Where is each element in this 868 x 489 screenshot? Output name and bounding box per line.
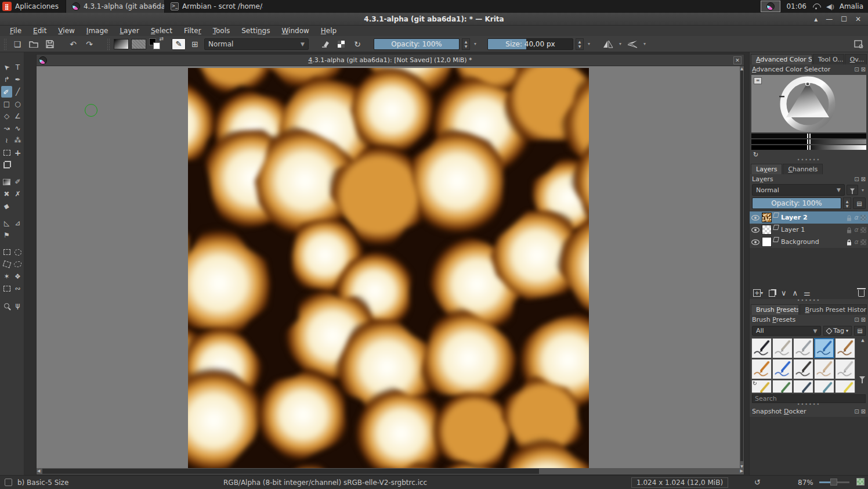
swap-colors-icon[interactable]: ⇄ xyxy=(159,36,164,42)
reload-preset-button[interactable]: ↻ xyxy=(350,38,364,51)
similar-select-tool[interactable]: ❖ xyxy=(12,271,23,282)
undo-button[interactable]: ↶ xyxy=(66,38,80,51)
layer-list-empty-space[interactable] xyxy=(750,248,868,287)
freehand-path-tool[interactable]: ∿ xyxy=(12,123,23,134)
color-bar-2[interactable] xyxy=(751,139,866,144)
freehand-brush-tool[interactable]: ✎ xyxy=(1,86,12,98)
choose-workspace-button[interactable] xyxy=(852,38,866,51)
brush-preset-marker-gold[interactable] xyxy=(835,380,855,393)
brush-preset-marker-dark[interactable] xyxy=(793,380,813,393)
tray-krita-button[interactable] xyxy=(761,1,780,12)
brush-preset-pencil-blue[interactable] xyxy=(772,359,793,379)
polyline-tool[interactable]: ∠ xyxy=(12,110,23,122)
foreground-background-colors[interactable]: ⇄ xyxy=(149,38,162,51)
float-docker-icon[interactable]: ⊡ xyxy=(854,317,859,323)
chevron-down-icon[interactable]: ▾ xyxy=(860,188,866,193)
polygon-select-tool[interactable] xyxy=(1,258,12,270)
freehand-select-tool[interactable] xyxy=(12,258,23,270)
toolbar-grip[interactable] xyxy=(3,38,7,50)
layer-row-layer-1[interactable]: Layer 1α xyxy=(750,224,868,236)
layer-alpha-icon[interactable]: α xyxy=(854,214,858,221)
toolbar-grip[interactable] xyxy=(107,38,110,50)
gradient-tool[interactable] xyxy=(1,176,12,188)
menu-layer[interactable]: Layer xyxy=(114,26,144,35)
menu-tools[interactable]: Tools xyxy=(208,26,236,35)
save-button[interactable] xyxy=(43,38,57,51)
layer-filter-icon[interactable] xyxy=(847,185,858,195)
tab-tool-o[interactable]: Tool O... xyxy=(813,54,844,64)
tab-advanced-color-s[interactable]: Advanced Color S... xyxy=(751,54,812,64)
color-history-icon[interactable]: ↻ xyxy=(753,151,761,159)
move-layer-up-button[interactable]: ∧ xyxy=(793,289,798,297)
brush-preset-marker-teal[interactable] xyxy=(814,380,834,393)
close-docker-icon[interactable]: ⊠ xyxy=(861,317,866,323)
layer-row-background[interactable]: Backgroundα xyxy=(750,236,868,248)
layer-visible-icon[interactable] xyxy=(751,227,760,233)
layer-thumbnail[interactable] xyxy=(762,237,772,247)
brush-preset-status-icon[interactable] xyxy=(5,479,12,486)
chevron-down-icon[interactable]: ▾ xyxy=(586,41,592,46)
gradient-chooser-button[interactable] xyxy=(114,39,129,49)
fill-tool[interactable]: ◆ xyxy=(1,200,12,212)
reference-images-tool[interactable]: ⚑ xyxy=(1,229,12,241)
background-color-swatch[interactable] xyxy=(153,42,160,49)
brush-preset-marker-green[interactable] xyxy=(772,380,793,393)
measure-tool[interactable]: ⊿ xyxy=(12,217,23,229)
pattern-chooser-button[interactable] xyxy=(131,39,146,49)
brush-presets-button[interactable]: ⊞ xyxy=(188,38,202,51)
menu-filter[interactable]: Filter xyxy=(179,26,207,35)
dynamic-brush-tool[interactable]: ≀ xyxy=(1,135,12,146)
layer-visible-icon[interactable] xyxy=(751,239,760,245)
add-layer-button[interactable]: +▾ xyxy=(753,289,763,297)
preset-display-settings-button[interactable]: ▤ xyxy=(854,326,866,336)
ellipse-select-tool[interactable] xyxy=(12,246,23,258)
layer-opacity-slider[interactable]: Opacity: 100% xyxy=(752,197,841,209)
brush-preset-pencil-orange[interactable] xyxy=(751,359,772,379)
tag-button[interactable]: Tag ▾ xyxy=(823,326,852,336)
applications-menu-button[interactable]: ⣿ Aplicaciones xyxy=(0,0,66,13)
duplicate-layer-button[interactable] xyxy=(769,290,775,297)
chevron-down-icon[interactable]: ▾ xyxy=(472,41,478,46)
redo-button[interactable]: ↷ xyxy=(82,38,96,51)
menu-image[interactable]: Image xyxy=(81,26,114,35)
zoom-slider[interactable] xyxy=(819,481,849,483)
brush-preset-pen-silver[interactable] xyxy=(835,359,855,379)
layer-inherit-alpha-icon[interactable] xyxy=(860,215,866,221)
brush-preset-paintbrush[interactable] xyxy=(835,338,855,358)
layer-alpha-icon[interactable]: α xyxy=(854,238,858,246)
layer-opacity-spinner[interactable]: ▲▼ xyxy=(843,197,851,209)
scroll-down-arrow[interactable]: ▼ xyxy=(740,464,744,468)
opacity-slider[interactable]: Opacity: 100% xyxy=(374,38,460,50)
assistants-tool[interactable]: ◺ xyxy=(1,217,12,229)
open-document-button[interactable] xyxy=(27,38,41,51)
layer-inherit-alpha-icon[interactable] xyxy=(860,227,866,233)
scroll-right-arrow[interactable]: ▶ xyxy=(740,469,743,473)
mirror-vertical-button[interactable] xyxy=(625,38,639,51)
size-spinner[interactable]: ▲▼ xyxy=(576,38,584,50)
status-colorspace[interactable]: RGB/Alpha (8-bit integer/channel) sRGB-e… xyxy=(223,479,427,487)
rectangle-tool[interactable]: □ xyxy=(1,98,12,110)
snapshot-list-empty[interactable] xyxy=(750,417,868,477)
tab-layers[interactable]: Layers xyxy=(751,164,782,174)
rect-select-tool[interactable] xyxy=(1,246,12,258)
tab-brush-presets[interactable]: Brush Presets xyxy=(751,304,799,315)
layer-blending-mode-dropdown[interactable]: Normal ▼ xyxy=(752,184,845,196)
layer-properties-button[interactable]: ⚌ xyxy=(804,289,811,297)
pan-tool[interactable]: ψ xyxy=(12,300,23,311)
opacity-spinner[interactable]: ▲▼ xyxy=(462,38,470,50)
tab-channels[interactable]: Channels xyxy=(783,164,823,174)
brush-editor-button[interactable]: ✎ xyxy=(172,38,186,50)
layer-name[interactable]: Layer 2 xyxy=(781,214,844,221)
taskbar-window-krita[interactable]: 4.3.1-alpha (git aba6da1... xyxy=(66,0,164,13)
zoom-tool[interactable] xyxy=(1,300,12,311)
text-tool[interactable]: T xyxy=(12,62,23,73)
chevron-down-icon[interactable]: ▾ xyxy=(642,41,648,46)
preserve-alpha-button[interactable] xyxy=(334,38,348,51)
float-docker-icon[interactable]: ⊡ xyxy=(854,66,859,73)
preset-filter-funnel-icon[interactable] xyxy=(859,380,866,386)
eraser-mode-button[interactable] xyxy=(318,38,332,51)
multibrush-tool[interactable]: ⁂ xyxy=(12,135,23,146)
menu-help[interactable]: Help xyxy=(316,26,342,35)
transform-tool[interactable] xyxy=(1,147,12,159)
document-titlebar[interactable]: 4.3.1-alpha (git aba6da1): [Not Saved] (… xyxy=(37,55,744,66)
